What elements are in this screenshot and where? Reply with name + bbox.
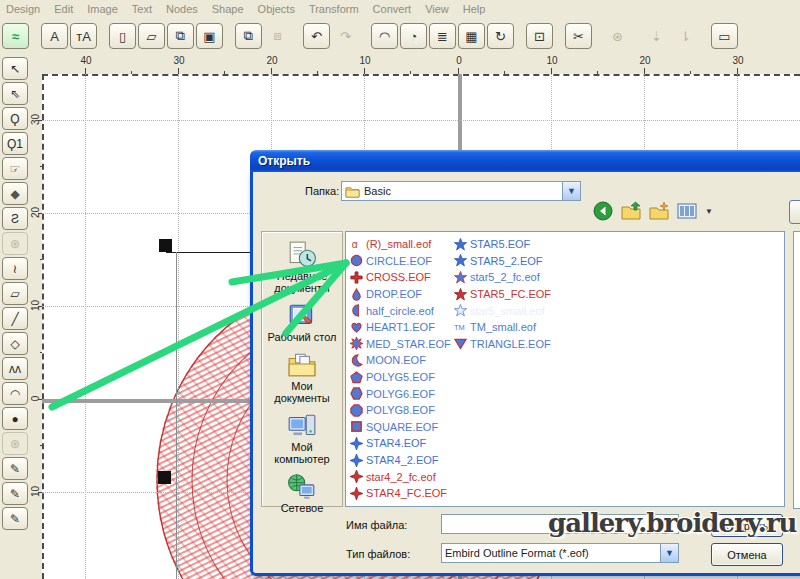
filetype-combobox[interactable]: Embird Outline Format (*.eof) ▼ [441, 543, 679, 563]
file-list-item[interactable]: MOON.EOF [350, 352, 454, 369]
menu-item[interactable]: Help [463, 3, 486, 18]
select-tool[interactable]: ↖ [2, 57, 28, 80]
file-list[interactable]: (R)_small.eof CIRCLE.EOF CROSS.EOF DROP.… [345, 231, 785, 507]
place-my-computer[interactable]: Мой компьютер [263, 411, 341, 465]
file-list-item[interactable]: star5_2_fc.eof [454, 269, 558, 286]
file-list-item[interactable]: STAR4_FC.EOF [350, 485, 454, 502]
folder-combo-dropdown[interactable]: ▼ [562, 182, 580, 200]
filetype-combo-dropdown[interactable]: ▼ [660, 544, 678, 562]
cutoff-button[interactable] [789, 200, 800, 224]
views-menu-button[interactable] [677, 201, 697, 221]
text-tool-button[interactable]: A [41, 23, 68, 49]
menu-item[interactable]: Objects [258, 3, 295, 18]
knife-tool[interactable]: ╱ [2, 307, 28, 330]
stitch-down-button[interactable]: ⇣ [643, 23, 670, 49]
sew-fill-button[interactable]: ≣ [429, 23, 456, 49]
ribbon-tool[interactable]: ≀ [2, 257, 28, 280]
file-list-item[interactable]: HEART1.EOF [350, 319, 454, 336]
menu-item[interactable]: Text [132, 3, 152, 18]
file-list-item[interactable]: CROSS.EOF [350, 269, 454, 286]
quad-shape-tool[interactable]: ▱ [2, 282, 28, 305]
filled-shape-tool[interactable]: ● [2, 407, 28, 430]
undo-button[interactable]: ↶ [303, 23, 330, 49]
s-shape-tool[interactable]: Ƨ [2, 207, 28, 230]
gridline-vertical [85, 74, 86, 579]
hoop-button[interactable]: ▭ [711, 23, 738, 49]
rotate-button[interactable]: ↻ [487, 23, 514, 49]
menu-item[interactable]: Design [6, 3, 40, 18]
text-transform-button[interactable]: ᴛA [70, 23, 97, 49]
file-list-item[interactable]: STAR5_2.EOF [454, 253, 558, 270]
file-list-item[interactable]: star5_small.eof [454, 302, 558, 319]
save-design-button[interactable]: ▣ [196, 23, 223, 49]
menu-item[interactable]: Transform [309, 3, 359, 18]
menu-item[interactable]: Shape [212, 3, 244, 18]
place-desktop[interactable]: Рабочий стол [263, 301, 341, 343]
file-list-item[interactable]: POLYG6.EOF [350, 385, 454, 402]
new-design-button[interactable]: ▯ [109, 23, 136, 49]
cancel-button[interactable]: Отмена [711, 543, 783, 566]
file-list-item[interactable]: POLYG5.EOF [350, 369, 454, 386]
file-list-item[interactable]: STAR5_FC.EOF [454, 286, 558, 303]
dialog-titlebar[interactable]: Открыть [250, 150, 800, 172]
gear2-tool[interactable]: ⊛ [2, 432, 28, 455]
selection-handle-top[interactable] [159, 239, 172, 252]
place-recent-documents[interactable]: Недавние документы [263, 240, 341, 294]
file-list-item[interactable]: TRIANGLE.EOF [454, 336, 558, 353]
import-design-button[interactable]: ⧉ [167, 23, 194, 49]
file-shape-icon [454, 271, 467, 284]
node-select-tool[interactable]: ⇖ [2, 82, 28, 105]
file-list-item[interactable]: STAR5.EOF [454, 236, 558, 253]
up-one-level-button[interactable] [621, 201, 641, 221]
curve-tool[interactable]: ◠ [2, 382, 28, 405]
menu-item[interactable]: Image [87, 3, 118, 18]
file-shape-icon [350, 304, 363, 317]
gear-tool[interactable]: ⊛ [2, 232, 28, 255]
place-my-documents[interactable]: Мои документы [263, 350, 341, 404]
paste-button[interactable]: ⧈ [264, 23, 291, 49]
pan-hand-tool[interactable]: ☞ [2, 157, 28, 180]
file-list-item[interactable]: (R)_small.eof [350, 236, 454, 253]
file-list-item[interactable]: STAR4.EOF [350, 435, 454, 452]
zoom-tool[interactable]: Ϙ [2, 107, 28, 130]
generate-button[interactable]: ⊛ [604, 23, 631, 49]
file-list-item[interactable]: POLYG8.EOF [350, 402, 454, 419]
letter-d-button[interactable]: ⊡ [526, 23, 553, 49]
open-design-button[interactable]: ▱ [138, 23, 165, 49]
preview-frame-button[interactable]: ▦ [458, 23, 485, 49]
hide-cut-button[interactable]: ✂ [565, 23, 592, 49]
menu-item[interactable]: Edit [54, 3, 73, 18]
menu-item[interactable]: View [425, 3, 449, 18]
file-list-item[interactable]: star4_2_fc.eof [350, 468, 454, 485]
hatch-pen-tool[interactable]: ✎ [2, 507, 28, 530]
speed-gauge-button[interactable]: ◔ [400, 23, 427, 49]
freehand-shape-tool[interactable]: ◆ [2, 182, 28, 205]
design-wave-button[interactable]: ≈ [2, 23, 29, 49]
menu-item[interactable]: Nodes [166, 3, 198, 18]
new-folder-button[interactable] [649, 201, 669, 221]
selection-handle-left[interactable] [158, 471, 171, 484]
views-dropdown-arrow[interactable]: ▼ [705, 207, 713, 216]
split-button[interactable]: ⇂ [672, 23, 699, 49]
back-button[interactable] [593, 201, 613, 221]
preview-pane [793, 231, 800, 509]
redo-button[interactable]: ↷ [332, 23, 359, 49]
polygon-tool[interactable]: ◇ [2, 332, 28, 355]
curve-node-button[interactable]: ◠ [371, 23, 398, 49]
place-network[interactable]: Сетевое [263, 472, 341, 514]
zigzag-tool[interactable]: ʌʌ [2, 357, 28, 380]
copy-button[interactable]: ⧉ [235, 23, 262, 49]
menu-item[interactable]: Convert [373, 3, 412, 18]
file-list-item[interactable]: CIRCLE.EOF [350, 253, 454, 270]
file-list-item[interactable]: STAR4_2.EOF [350, 452, 454, 469]
file-list-item[interactable]: MED_STAR.EOF [350, 336, 454, 353]
folder-combobox[interactable]: Basic ▼ [341, 181, 581, 201]
pen2-tool[interactable]: ✎ [2, 482, 28, 505]
file-list-item[interactable]: SQUARE.EOF [350, 419, 454, 436]
file-list-item[interactable]: TM_small.eof [454, 319, 558, 336]
zoom-1to1-tool[interactable]: Ϙ1 [2, 132, 28, 155]
embird-app-window: α TM DesignEditImageTextNodesShapeObject… [0, 0, 800, 579]
pen-tool[interactable]: ✎ [2, 457, 28, 480]
file-list-item[interactable]: half_circle.eof [350, 302, 454, 319]
file-list-item[interactable]: DROP.EOF [350, 286, 454, 303]
